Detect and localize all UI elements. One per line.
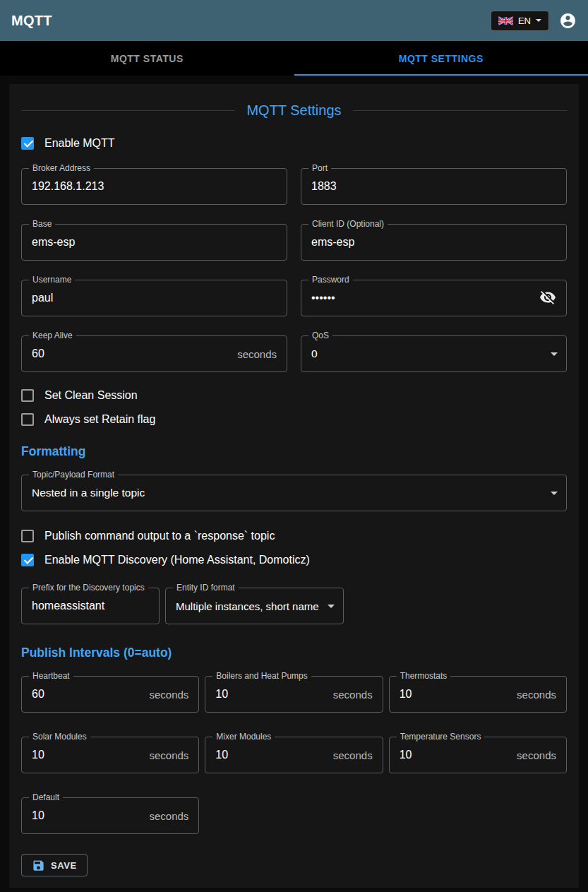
client-id-input[interactable] <box>311 236 556 249</box>
temperature-input[interactable] <box>400 749 517 761</box>
tab-mqtt-status[interactable]: MQTT STATUS <box>0 41 294 76</box>
boilers-input[interactable] <box>215 688 332 701</box>
temperature-label: Temperature Sensors <box>397 732 485 742</box>
entity-id-format-select[interactable]: Entity ID format Multiple instances, sho… <box>165 588 344 624</box>
enable-mqtt-label: Enable MQTT <box>44 137 115 150</box>
publish-response-checkbox[interactable] <box>21 530 34 542</box>
app-bar: MQTT EN <box>0 0 588 41</box>
broker-address-input[interactable] <box>32 180 277 193</box>
port-input[interactable] <box>311 180 556 193</box>
enable-mqtt-row[interactable]: Enable MQTT <box>21 137 115 150</box>
tab-bar: MQTT STATUS MQTT SETTINGS <box>0 41 588 76</box>
thermostats-label: Thermostats <box>397 671 451 681</box>
default-label: Default <box>29 792 63 802</box>
topic-format-value: Nested in a single topic <box>32 487 145 499</box>
publish-intervals-heading: Publish Intervals (0=auto) <box>21 646 567 660</box>
password-label: Password <box>308 275 353 285</box>
solar-input[interactable] <box>32 749 149 761</box>
heartbeat-interval-field: Heartbeat seconds <box>21 676 199 713</box>
app-title: MQTT <box>11 13 52 29</box>
tab-mqtt-status-label: MQTT STATUS <box>111 53 184 64</box>
topic-format-select[interactable]: Topic/Payload Format Nested in a single … <box>21 475 567 511</box>
heartbeat-input[interactable] <box>32 688 149 701</box>
default-unit: seconds <box>149 810 188 822</box>
mixer-interval-field: Mixer Modules seconds <box>205 737 383 773</box>
formatting-heading: Formatting <box>21 444 567 459</box>
topic-format-label: Topic/Payload Format <box>29 470 118 480</box>
uk-flag-icon <box>498 16 513 25</box>
account-circle-icon[interactable] <box>559 12 577 30</box>
mqtt-settings-card: MQTT Settings Enable MQTT Broker Address… <box>9 84 579 888</box>
entity-id-format-value: Multiple instances, short name <box>176 600 332 612</box>
divider-line <box>21 110 235 111</box>
enable-mqtt-checkbox[interactable] <box>21 137 34 150</box>
boilers-unit: seconds <box>333 689 373 701</box>
publish-intervals-grid: Heartbeat seconds Boilers and Heat Pumps… <box>21 676 567 834</box>
boilers-label: Boilers and Heat Pumps <box>212 671 311 681</box>
solar-interval-field: Solar Modules seconds <box>21 737 199 773</box>
save-icon <box>32 859 45 872</box>
tab-mqtt-settings-label: MQTT SETTINGS <box>399 53 484 64</box>
clean-session-row[interactable]: Set Clean Session <box>21 389 138 402</box>
port-label: Port <box>308 163 331 173</box>
discovery-prefix-label: Prefix for the Discovery topics <box>29 583 148 593</box>
broker-address-label: Broker Address <box>29 163 94 173</box>
mqtt-discovery-row[interactable]: Enable MQTT Discovery (Home Assistant, D… <box>21 554 310 566</box>
discovery-fields: Prefix for the Discovery topics Entity I… <box>21 588 567 624</box>
mqtt-discovery-label: Enable MQTT Discovery (Home Assistant, D… <box>44 554 310 566</box>
clean-session-checkbox[interactable] <box>21 389 34 402</box>
chevron-down-icon <box>536 19 541 22</box>
solar-label: Solar Modules <box>29 732 90 742</box>
publish-response-row[interactable]: Publish command output to a `response` t… <box>21 530 275 542</box>
toggle-password-visibility-button[interactable] <box>539 289 556 308</box>
retain-flag-row[interactable]: Always set Retain flag <box>21 413 155 426</box>
connection-fields: Broker Address Port Base Client ID (Opti… <box>21 168 567 372</box>
client-id-field: Client ID (Optional) <box>301 224 567 261</box>
temperature-unit: seconds <box>517 749 556 761</box>
chevron-down-icon <box>551 352 558 356</box>
port-field: Port <box>301 168 567 205</box>
heartbeat-label: Heartbeat <box>29 671 73 681</box>
base-field: Base <box>21 224 287 261</box>
keep-alive-label: Keep Alive <box>29 331 76 340</box>
keep-alive-input[interactable] <box>32 347 237 360</box>
visibility-off-icon <box>539 289 556 308</box>
thermostats-interval-field: Thermostats seconds <box>389 676 567 713</box>
mqtt-discovery-checkbox[interactable] <box>21 554 34 566</box>
chevron-down-icon <box>328 605 335 608</box>
clean-session-label: Set Clean Session <box>44 389 138 402</box>
page-title: MQTT Settings <box>21 102 567 119</box>
keep-alive-unit: seconds <box>237 348 277 360</box>
save-button[interactable]: SAVE <box>21 854 88 876</box>
temperature-interval-field: Temperature Sensors seconds <box>389 737 567 773</box>
page-title-text: MQTT Settings <box>235 102 352 119</box>
save-button-label: SAVE <box>51 860 77 871</box>
mixer-input[interactable] <box>215 749 332 761</box>
keep-alive-field: Keep Alive seconds <box>21 335 287 372</box>
entity-id-format-label: Entity ID format <box>173 583 239 593</box>
thermostats-input[interactable] <box>400 688 517 701</box>
discovery-prefix-field: Prefix for the Discovery topics <box>21 588 160 624</box>
retain-flag-checkbox[interactable] <box>21 413 34 426</box>
username-input[interactable] <box>32 292 277 304</box>
default-input[interactable] <box>32 809 149 822</box>
base-label: Base <box>29 219 55 229</box>
password-input[interactable] <box>311 292 539 304</box>
default-interval-field: Default seconds <box>21 797 199 834</box>
heartbeat-unit: seconds <box>149 689 188 701</box>
qos-label: QoS <box>308 331 332 340</box>
retain-flag-label: Always set Retain flag <box>44 413 155 426</box>
language-button[interactable]: EN <box>491 11 549 31</box>
username-label: Username <box>29 275 75 285</box>
boilers-interval-field: Boilers and Heat Pumps seconds <box>205 676 383 713</box>
mixer-label: Mixer Modules <box>212 732 275 742</box>
discovery-prefix-input[interactable] <box>32 600 149 612</box>
qos-value: 0 <box>311 347 318 360</box>
language-label: EN <box>518 16 531 26</box>
solar-unit: seconds <box>149 749 188 761</box>
username-field: Username <box>21 280 287 316</box>
app-bar-actions: EN <box>491 11 577 31</box>
qos-select[interactable]: QoS 0 <box>301 335 567 372</box>
tab-mqtt-settings[interactable]: MQTT SETTINGS <box>294 41 588 76</box>
base-input[interactable] <box>32 236 277 249</box>
